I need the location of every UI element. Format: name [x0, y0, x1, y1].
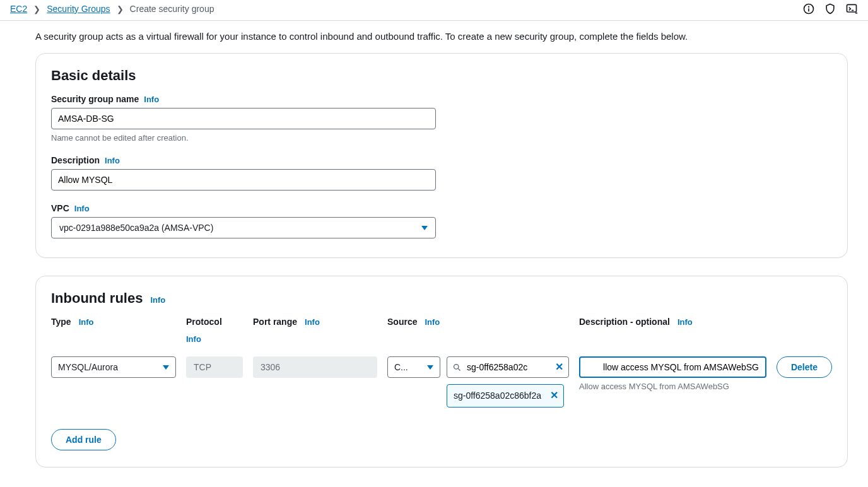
- rule-row: MYSQL/Aurora TCP 3306 C...: [51, 356, 832, 408]
- source-sg-tag-text: sg-0ff6258a02c86bf2a: [454, 390, 541, 401]
- rule-source-type-select[interactable]: C...: [387, 356, 440, 378]
- info-link[interactable]: Info: [105, 156, 120, 165]
- rules-header-row: Type Info Protocol Info Port range Info …: [51, 317, 832, 344]
- sg-name-input[interactable]: [51, 108, 436, 129]
- info-link[interactable]: Info: [74, 204, 90, 213]
- page-body: A security group acts as a virtual firew…: [0, 21, 858, 487]
- basic-details-panel: Basic details Security group name Info N…: [35, 53, 848, 258]
- chevron-down-icon: [163, 365, 169, 370]
- cloudshell-icon[interactable]: [845, 3, 858, 15]
- vpc-select-value: vpc-0291a988e50ca9a2a (AMSA-VPC): [59, 223, 213, 233]
- vpc-select[interactable]: vpc-0291a988e50ca9a2a (AMSA-VPC): [51, 217, 436, 238]
- rule-source-search[interactable]: ✕: [447, 356, 569, 378]
- rule-type-value: MYSQL/Aurora: [58, 362, 118, 372]
- description-input[interactable]: [51, 169, 436, 191]
- col-protocol-label: Protocol: [186, 317, 222, 327]
- top-icons: [802, 3, 858, 15]
- field-sg-name: Security group name Info Name cannot be …: [51, 94, 832, 143]
- add-rule-button[interactable]: Add rule: [51, 429, 116, 450]
- info-circle-icon[interactable]: [802, 3, 815, 15]
- remove-tag-icon[interactable]: ✕: [550, 389, 558, 402]
- breadcrumb-current: Create security group: [130, 4, 214, 14]
- col-type-label: Type: [51, 317, 71, 327]
- svg-point-6: [454, 364, 459, 369]
- top-bar: EC2 ❯ Security Groups ❯ Create security …: [0, 0, 868, 21]
- rule-source-search-input[interactable]: [466, 361, 551, 373]
- col-port-label: Port range: [253, 317, 297, 327]
- rule-type-select[interactable]: MYSQL/Aurora: [51, 356, 176, 378]
- shield-icon[interactable]: [824, 3, 836, 15]
- info-link[interactable]: Info: [677, 317, 693, 327]
- inbound-rules-panel: Inbound rules Info Type Info Protocol In…: [35, 276, 848, 467]
- chevron-down-icon: [421, 226, 428, 230]
- rule-port-field: 3306: [253, 356, 377, 378]
- rule-description-input[interactable]: [579, 356, 766, 378]
- chevron-right-icon: ❯: [33, 4, 40, 14]
- info-link[interactable]: Info: [305, 317, 320, 327]
- page-intro: A security group acts as a virtual firew…: [35, 27, 848, 53]
- source-sg-tag: sg-0ff6258a02c86bf2a ✕: [447, 384, 564, 408]
- sg-name-label: Security group name: [51, 94, 139, 104]
- svg-point-1: [809, 6, 809, 7]
- field-vpc: VPC Info vpc-0291a988e50ca9a2a (AMSA-VPC…: [51, 203, 832, 238]
- delete-rule-button[interactable]: Delete: [777, 356, 832, 378]
- info-link[interactable]: Info: [79, 317, 94, 327]
- inbound-rules-title: Inbound rules: [51, 290, 143, 307]
- chevron-right-icon: ❯: [117, 4, 124, 14]
- info-link[interactable]: Info: [425, 317, 440, 327]
- svg-line-7: [458, 368, 460, 370]
- breadcrumb-ec2[interactable]: EC2: [10, 4, 27, 14]
- clear-search-icon[interactable]: ✕: [555, 362, 563, 372]
- search-icon: [452, 363, 462, 372]
- vpc-label: VPC: [51, 203, 69, 213]
- rule-protocol-field: TCP: [186, 356, 243, 378]
- chevron-down-icon: [427, 365, 433, 370]
- rule-description-echo: Allow access MYSQL from AMSAWebSG: [579, 382, 766, 391]
- basic-details-title: Basic details: [51, 67, 832, 84]
- info-link[interactable]: Info: [144, 95, 159, 104]
- description-label: Description: [51, 155, 100, 165]
- breadcrumb: EC2 ❯ Security Groups ❯ Create security …: [10, 4, 214, 14]
- field-description: Description Info: [51, 155, 832, 191]
- rule-source-type-value: C...: [394, 362, 408, 372]
- sg-name-helper: Name cannot be edited after creation.: [51, 133, 832, 143]
- col-source-label: Source: [387, 317, 417, 327]
- breadcrumb-security-groups[interactable]: Security Groups: [47, 4, 110, 14]
- info-link[interactable]: Info: [150, 295, 165, 305]
- col-desc-label: Description - optional: [579, 317, 670, 327]
- info-link[interactable]: Info: [186, 334, 243, 344]
